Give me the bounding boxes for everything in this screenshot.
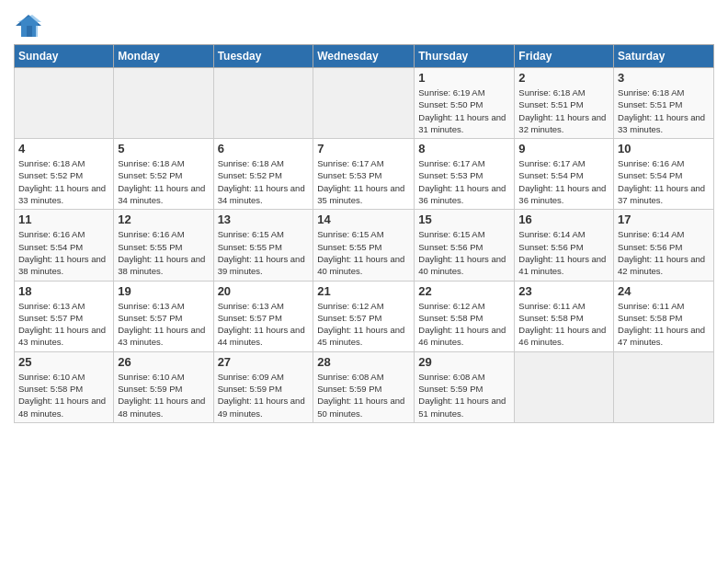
day-cell: 8Sunrise: 6:17 AM Sunset: 5:53 PM Daylig… <box>415 139 515 210</box>
day-number: 12 <box>118 213 209 226</box>
day-number: 8 <box>418 142 510 155</box>
day-info: Sunrise: 6:18 AM Sunset: 5:52 PM Dayligh… <box>18 157 109 206</box>
day-number: 15 <box>418 213 510 226</box>
day-info: Sunrise: 6:17 AM Sunset: 5:54 PM Dayligh… <box>518 157 609 206</box>
day-number: 14 <box>317 213 410 226</box>
day-cell: 5Sunrise: 6:18 AM Sunset: 5:52 PM Daylig… <box>114 139 213 210</box>
day-number: 4 <box>18 142 109 155</box>
day-info: Sunrise: 6:11 AM Sunset: 5:58 PM Dayligh… <box>618 300 710 349</box>
day-header-monday: Monday <box>114 45 213 68</box>
day-number: 26 <box>118 355 209 369</box>
day-cell: 1Sunrise: 6:19 AM Sunset: 5:50 PM Daylig… <box>415 68 515 139</box>
logo <box>14 13 47 39</box>
day-cell: 11Sunrise: 6:16 AM Sunset: 5:54 PM Dayli… <box>15 210 114 281</box>
day-cell: 3Sunrise: 6:18 AM Sunset: 5:51 PM Daylig… <box>614 68 714 139</box>
day-cell: 21Sunrise: 6:12 AM Sunset: 5:57 PM Dayli… <box>313 281 415 351</box>
day-info: Sunrise: 6:13 AM Sunset: 5:57 PM Dayligh… <box>18 300 109 349</box>
day-number: 20 <box>218 284 310 298</box>
day-header-thursday: Thursday <box>415 45 515 68</box>
day-cell: 4Sunrise: 6:18 AM Sunset: 5:52 PM Daylig… <box>15 139 114 210</box>
day-info: Sunrise: 6:18 AM Sunset: 5:52 PM Dayligh… <box>118 157 209 206</box>
day-cell: 23Sunrise: 6:11 AM Sunset: 5:58 PM Dayli… <box>515 281 614 351</box>
day-number: 19 <box>118 284 209 298</box>
day-cell: 2Sunrise: 6:18 AM Sunset: 5:51 PM Daylig… <box>515 68 614 139</box>
week-row-1: 1Sunrise: 6:19 AM Sunset: 5:50 PM Daylig… <box>15 68 714 139</box>
day-cell: 13Sunrise: 6:15 AM Sunset: 5:55 PM Dayli… <box>213 210 313 281</box>
day-info: Sunrise: 6:17 AM Sunset: 5:53 PM Dayligh… <box>418 157 510 206</box>
calendar-table: SundayMondayTuesdayWednesdayThursdayFrid… <box>14 44 714 423</box>
day-info: Sunrise: 6:14 AM Sunset: 5:56 PM Dayligh… <box>618 228 710 277</box>
day-info: Sunrise: 6:18 AM Sunset: 5:51 PM Dayligh… <box>518 86 609 135</box>
day-number: 1 <box>418 71 510 85</box>
day-cell: 24Sunrise: 6:11 AM Sunset: 5:58 PM Dayli… <box>614 281 714 351</box>
day-number: 7 <box>317 142 410 155</box>
day-number: 13 <box>218 213 310 226</box>
day-info: Sunrise: 6:09 AM Sunset: 5:59 PM Dayligh… <box>218 371 310 419</box>
day-number: 16 <box>518 213 609 226</box>
day-number: 21 <box>317 284 410 298</box>
day-cell: 6Sunrise: 6:18 AM Sunset: 5:52 PM Daylig… <box>213 139 313 210</box>
day-info: Sunrise: 6:19 AM Sunset: 5:50 PM Dayligh… <box>418 86 510 135</box>
week-row-4: 18Sunrise: 6:13 AM Sunset: 5:57 PM Dayli… <box>15 281 714 351</box>
day-cell: 22Sunrise: 6:12 AM Sunset: 5:58 PM Dayli… <box>415 281 515 351</box>
day-info: Sunrise: 6:12 AM Sunset: 5:57 PM Dayligh… <box>317 300 410 349</box>
day-cell <box>515 351 614 422</box>
day-info: Sunrise: 6:15 AM Sunset: 5:55 PM Dayligh… <box>317 228 410 277</box>
day-cell: 12Sunrise: 6:16 AM Sunset: 5:55 PM Dayli… <box>114 210 213 281</box>
day-info: Sunrise: 6:12 AM Sunset: 5:58 PM Dayligh… <box>418 300 510 349</box>
day-cell: 26Sunrise: 6:10 AM Sunset: 5:59 PM Dayli… <box>114 351 213 422</box>
day-number: 5 <box>118 142 209 155</box>
day-cell: 18Sunrise: 6:13 AM Sunset: 5:57 PM Dayli… <box>15 281 114 351</box>
day-number: 25 <box>18 355 109 369</box>
day-info: Sunrise: 6:16 AM Sunset: 5:55 PM Dayligh… <box>118 228 209 277</box>
day-cell: 16Sunrise: 6:14 AM Sunset: 5:56 PM Dayli… <box>515 210 614 281</box>
day-cell: 7Sunrise: 6:17 AM Sunset: 5:53 PM Daylig… <box>313 139 415 210</box>
page-header <box>14 9 714 39</box>
day-number: 28 <box>317 355 410 369</box>
day-number: 17 <box>618 213 710 226</box>
day-header-sunday: Sunday <box>15 45 114 68</box>
day-cell: 17Sunrise: 6:14 AM Sunset: 5:56 PM Dayli… <box>614 210 714 281</box>
day-number: 11 <box>18 213 109 226</box>
day-number: 10 <box>618 142 710 155</box>
day-cell: 29Sunrise: 6:08 AM Sunset: 5:59 PM Dayli… <box>415 351 515 422</box>
day-info: Sunrise: 6:08 AM Sunset: 5:59 PM Dayligh… <box>418 371 510 419</box>
day-info: Sunrise: 6:15 AM Sunset: 5:55 PM Dayligh… <box>218 228 310 277</box>
day-info: Sunrise: 6:10 AM Sunset: 5:59 PM Dayligh… <box>118 371 209 419</box>
day-cell: 9Sunrise: 6:17 AM Sunset: 5:54 PM Daylig… <box>515 139 614 210</box>
day-info: Sunrise: 6:18 AM Sunset: 5:51 PM Dayligh… <box>618 86 710 135</box>
day-number: 2 <box>518 71 609 85</box>
day-cell: 19Sunrise: 6:13 AM Sunset: 5:57 PM Dayli… <box>114 281 213 351</box>
day-number: 23 <box>518 284 609 298</box>
day-header-wednesday: Wednesday <box>313 45 415 68</box>
day-info: Sunrise: 6:17 AM Sunset: 5:53 PM Dayligh… <box>317 157 410 206</box>
day-cell <box>614 351 714 422</box>
day-header-friday: Friday <box>515 45 614 68</box>
day-cell: 28Sunrise: 6:08 AM Sunset: 5:59 PM Dayli… <box>313 351 415 422</box>
day-info: Sunrise: 6:13 AM Sunset: 5:57 PM Dayligh… <box>118 300 209 349</box>
day-number: 18 <box>18 284 109 298</box>
week-row-2: 4Sunrise: 6:18 AM Sunset: 5:52 PM Daylig… <box>15 139 714 210</box>
day-cell: 25Sunrise: 6:10 AM Sunset: 5:58 PM Dayli… <box>15 351 114 422</box>
day-cell: 15Sunrise: 6:15 AM Sunset: 5:56 PM Dayli… <box>415 210 515 281</box>
day-cell <box>15 68 114 139</box>
day-number: 6 <box>218 142 310 155</box>
day-cell: 14Sunrise: 6:15 AM Sunset: 5:55 PM Dayli… <box>313 210 415 281</box>
header-row: SundayMondayTuesdayWednesdayThursdayFrid… <box>15 45 714 68</box>
week-row-3: 11Sunrise: 6:16 AM Sunset: 5:54 PM Dayli… <box>15 210 714 281</box>
day-info: Sunrise: 6:18 AM Sunset: 5:52 PM Dayligh… <box>218 157 310 206</box>
day-number: 27 <box>218 355 310 369</box>
day-header-tuesday: Tuesday <box>213 45 313 68</box>
day-info: Sunrise: 6:10 AM Sunset: 5:58 PM Dayligh… <box>18 371 109 419</box>
day-cell <box>213 68 313 139</box>
day-header-saturday: Saturday <box>614 45 714 68</box>
day-number: 22 <box>418 284 510 298</box>
day-info: Sunrise: 6:08 AM Sunset: 5:59 PM Dayligh… <box>317 371 410 419</box>
week-row-5: 25Sunrise: 6:10 AM Sunset: 5:58 PM Dayli… <box>15 351 714 422</box>
day-info: Sunrise: 6:11 AM Sunset: 5:58 PM Dayligh… <box>518 300 609 349</box>
day-cell <box>313 68 415 139</box>
day-number: 24 <box>618 284 710 298</box>
day-cell: 20Sunrise: 6:13 AM Sunset: 5:57 PM Dayli… <box>213 281 313 351</box>
day-number: 3 <box>618 71 710 85</box>
day-info: Sunrise: 6:15 AM Sunset: 5:56 PM Dayligh… <box>418 228 510 277</box>
